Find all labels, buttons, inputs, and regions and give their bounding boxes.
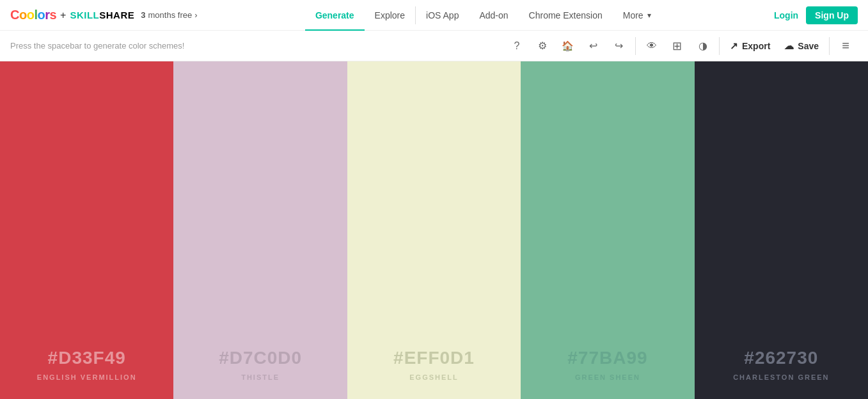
- toolbar-icons: ? ⚙ 🏠 ↩ ↪ 👁 ⊞ ◑ ↗ Export ☁ Save: [505, 34, 858, 58]
- grid-button[interactable]: ⊞: [665, 34, 690, 58]
- grid-icon: ⊞: [672, 39, 682, 53]
- color-swatch-4[interactable]: #262730CHARLESTON GREEN: [695, 61, 868, 399]
- export-button[interactable]: ↗ Export: [723, 34, 777, 58]
- nav-chrome-extension[interactable]: Chrome Extension: [519, 0, 613, 31]
- color-name-4: CHARLESTON GREEN: [695, 373, 868, 381]
- palette-icon: ◑: [698, 40, 707, 52]
- color-swatch-3[interactable]: #77BA99GREEN SHEEN: [521, 61, 694, 399]
- promo-label: months free: [148, 10, 193, 20]
- skillshare-logo: SKILLSHARE: [70, 10, 134, 20]
- view-button[interactable]: 👁: [640, 34, 664, 58]
- menu-button[interactable]: ≡: [833, 34, 858, 58]
- color-swatch-1[interactable]: #D7C0D0THISTLE: [173, 61, 347, 399]
- color-hex-2: #EFF0D1: [347, 348, 521, 368]
- gear-icon: ⚙: [538, 40, 547, 52]
- toolbar: Press the spacebar to generate color sch…: [0, 31, 868, 61]
- nav-generate[interactable]: Generate: [305, 0, 365, 31]
- color-name-1: THISTLE: [173, 373, 347, 381]
- toolbar-divider-2: [719, 37, 720, 55]
- toolbar-hint: Press the spacebar to generate color sch…: [10, 41, 505, 51]
- share-icon: ↗: [730, 40, 738, 52]
- color-palette: #D33F49ENGLISH VERMILLION#D7C0D0THISTLE#…: [0, 61, 868, 399]
- color-hex-3: #77BA99: [521, 348, 694, 368]
- export-label: Export: [742, 41, 770, 51]
- main-nav: Generate Explore iOS App Add-on Chrome E…: [198, 0, 769, 31]
- top-navigation: Coolors + SKILLSHARE 3 months free › Gen…: [0, 0, 868, 31]
- color-swatch-0[interactable]: #D33F49ENGLISH VERMILLION: [0, 61, 173, 399]
- auth-area: Login Sign Up: [769, 6, 858, 24]
- plus-separator: +: [60, 10, 66, 21]
- redo-button[interactable]: ↪: [607, 34, 631, 58]
- signup-button[interactable]: Sign Up: [806, 6, 858, 24]
- question-icon: ?: [514, 40, 520, 52]
- chevron-down-icon: ▾: [647, 11, 651, 20]
- cloud-icon: ☁: [784, 40, 794, 52]
- logo-area[interactable]: Coolors + SKILLSHARE: [10, 8, 134, 22]
- camera-icon: 🏠: [562, 40, 574, 52]
- coolors-logo: Coolors: [10, 8, 56, 22]
- nav-more[interactable]: More ▾: [613, 0, 661, 31]
- color-name-3: GREEN SHEEN: [521, 373, 694, 381]
- nav-explore[interactable]: Explore: [365, 0, 415, 31]
- toolbar-divider-3: [829, 37, 830, 55]
- toolbar-divider: [635, 37, 636, 55]
- palette-button[interactable]: ◑: [691, 34, 715, 58]
- nav-ios-app[interactable]: iOS App: [416, 0, 469, 31]
- redo-icon: ↪: [615, 40, 623, 52]
- color-name-2: EGGSHELL: [347, 373, 521, 381]
- help-button[interactable]: ?: [505, 34, 529, 58]
- settings-button[interactable]: ⚙: [530, 34, 555, 58]
- promo-banner[interactable]: 3 months free ›: [141, 10, 197, 20]
- color-hex-4: #262730: [695, 348, 868, 368]
- color-swatch-2[interactable]: #EFF0D1EGGSHELL: [347, 61, 521, 399]
- promo-months: 3: [141, 10, 145, 20]
- nav-add-on[interactable]: Add-on: [469, 0, 518, 31]
- color-name-0: ENGLISH VERMILLION: [0, 373, 173, 381]
- save-label: Save: [798, 41, 819, 51]
- undo-icon: ↩: [589, 40, 597, 52]
- camera-button[interactable]: 🏠: [556, 34, 580, 58]
- color-hex-0: #D33F49: [0, 348, 173, 368]
- undo-button[interactable]: ↩: [581, 34, 606, 58]
- login-button[interactable]: Login: [769, 10, 803, 20]
- eye-icon: 👁: [647, 40, 657, 52]
- hamburger-icon: ≡: [842, 38, 849, 53]
- color-hex-1: #D7C0D0: [173, 348, 347, 368]
- save-button[interactable]: ☁ Save: [778, 34, 825, 58]
